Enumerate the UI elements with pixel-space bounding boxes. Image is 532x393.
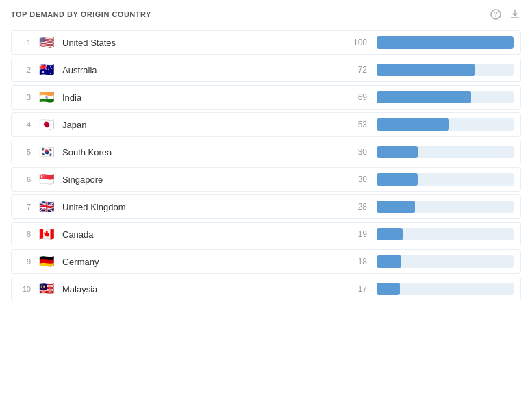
flag-icon: 🇨🇦 [38, 228, 55, 240]
rank-label: 6 [18, 175, 31, 183]
table-row: 1 🇺🇸 United States 100 [11, 30, 521, 55]
svg-text:?: ? [494, 11, 498, 18]
score-value: 53 [344, 120, 367, 129]
rank-label: 2 [18, 66, 31, 74]
bar-fill [377, 91, 471, 103]
table-row: 10 🇲🇾 Malaysia 17 [11, 277, 521, 301]
table-row: 4 🇯🇵 Japan 53 [11, 112, 521, 137]
flag-icon: 🇰🇷 [38, 146, 55, 158]
country-name: Germany [62, 257, 344, 267]
table-row: 3 🇮🇳 India 69 [11, 85, 521, 110]
bar-fill [377, 173, 418, 186]
score-value: 28 [344, 202, 367, 212]
country-name: South Korea [62, 147, 344, 157]
table-row: 5 🇰🇷 South Korea 30 [11, 140, 521, 164]
table-row: 7 🇬🇧 United Kingdom 28 [11, 194, 521, 219]
bar-fill [377, 118, 449, 131]
country-name: Australia [62, 65, 344, 75]
rank-label: 1 [18, 38, 31, 47]
score-value: 100 [344, 38, 367, 47]
rank-label: 10 [18, 285, 31, 293]
bar-fill [377, 283, 400, 295]
bar-container [377, 146, 514, 158]
rank-label: 3 [18, 93, 31, 101]
country-name: United States [62, 38, 344, 48]
header-actions: ? [490, 8, 521, 21]
flag-icon: 🇲🇾 [38, 283, 55, 295]
rank-label: 9 [18, 257, 31, 266]
table-row: 9 🇩🇪 Germany 18 [11, 249, 521, 274]
rank-label: 7 [18, 203, 31, 211]
bar-fill [377, 255, 401, 268]
table-row: 2 🇦🇺 Australia 72 [11, 58, 521, 82]
country-name: Malaysia [62, 284, 344, 294]
bar-container [377, 64, 514, 76]
flag-icon: 🇸🇬 [38, 173, 55, 186]
bar-container [377, 118, 514, 131]
flag-icon: 🇩🇪 [38, 255, 55, 268]
flag-icon: 🇦🇺 [38, 64, 55, 76]
flag-icon: 🇯🇵 [38, 118, 55, 131]
score-value: 72 [344, 65, 367, 75]
flag-icon: 🇺🇸 [38, 36, 55, 49]
country-name: United Kingdom [62, 202, 344, 212]
widget-header: TOP DEMAND BY ORIGIN COUNTRY ? [11, 8, 521, 21]
country-name: Canada [62, 229, 344, 240]
bar-container [377, 201, 514, 213]
bar-container [377, 283, 514, 295]
score-value: 30 [344, 175, 367, 184]
score-value: 19 [344, 229, 367, 239]
bar-fill [377, 64, 475, 76]
rank-label: 4 [18, 121, 31, 129]
score-value: 18 [344, 257, 367, 266]
score-value: 30 [344, 147, 367, 157]
bar-container [377, 173, 514, 186]
flag-icon: 🇮🇳 [38, 91, 55, 103]
rank-label: 5 [18, 148, 31, 156]
country-list: 1 🇺🇸 United States 100 2 🇦🇺 Australia 72… [11, 30, 521, 304]
country-name: Singapore [62, 175, 344, 185]
country-name: India [62, 92, 344, 103]
rank-label: 8 [18, 230, 31, 238]
table-row: 8 🇨🇦 Canada 19 [11, 222, 521, 246]
flag-icon: 🇬🇧 [38, 201, 55, 213]
widget-title: TOP DEMAND BY ORIGIN COUNTRY [11, 10, 151, 18]
score-value: 69 [344, 92, 367, 102]
bar-container [377, 91, 514, 103]
help-icon[interactable]: ? [490, 8, 502, 21]
bar-fill [377, 228, 403, 240]
bar-fill [377, 146, 418, 158]
bar-container [377, 228, 514, 240]
download-icon[interactable] [509, 8, 521, 21]
bar-fill [377, 201, 415, 213]
bar-fill [377, 36, 514, 49]
country-name: Japan [62, 120, 344, 130]
bar-container [377, 36, 514, 49]
bar-container [377, 255, 514, 268]
score-value: 17 [344, 284, 367, 294]
table-row: 6 🇸🇬 Singapore 30 [11, 167, 521, 192]
